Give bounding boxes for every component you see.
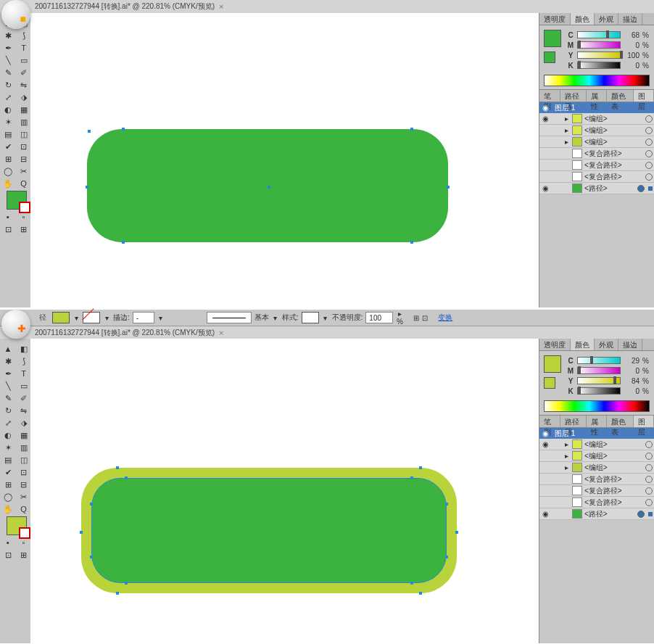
layer-item[interactable]: ▸<编组> <box>539 136 654 148</box>
layer-item[interactable]: <复合路径> <box>539 160 654 171</box>
cyan-value[interactable]: 68 <box>624 31 639 39</box>
lime-rounded-rectangle[interactable] <box>81 468 457 593</box>
stroke-weight-field[interactable]: - <box>133 312 154 323</box>
tab-stroke[interactable]: 描边 <box>618 339 642 350</box>
layer-item[interactable]: ▸<编组> <box>539 450 654 462</box>
black-slider[interactable] <box>577 62 621 69</box>
free-transform-tool[interactable]: ▦ <box>17 429 30 441</box>
tab-color[interactable]: 颜色 <box>571 13 595 25</box>
cyan-value[interactable]: 29 <box>624 357 639 365</box>
cyan-slider[interactable] <box>577 31 621 38</box>
paintbrush-tool[interactable]: ✎ <box>1 392 15 404</box>
yellow-slider[interactable] <box>577 377 621 384</box>
align-icon[interactable]: ⊡ <box>422 314 428 322</box>
target-icon[interactable] <box>645 139 653 146</box>
tab-instance[interactable]: 颜色表 <box>607 416 633 427</box>
target-icon[interactable] <box>645 127 653 134</box>
layer-item[interactable]: ◉▸<编组> <box>539 439 654 450</box>
target-icon[interactable] <box>645 115 653 123</box>
warp-tool[interactable]: ◐ <box>1 104 15 115</box>
fill-preview-swatch[interactable] <box>544 355 561 373</box>
target-icon[interactable] <box>645 476 653 483</box>
dropdown-icon[interactable]: ▾ <box>272 314 279 322</box>
symbol-sprayer-tool[interactable]: ✶ <box>1 116 15 128</box>
tree-toggle-icon[interactable]: ▸ <box>563 463 570 471</box>
tab-appearance[interactable]: 外观 <box>595 13 618 25</box>
crop-tool[interactable]: ⊟ <box>17 479 30 490</box>
document-tab[interactable]: 2007116132727944 [转换].ai* @ 220.81% (CMY… <box>0 0 654 14</box>
crop-tool[interactable]: ⊟ <box>17 153 30 165</box>
color-mode-icon[interactable]: ▪ <box>1 537 15 548</box>
transform-link[interactable]: 变换 <box>438 313 452 323</box>
target-icon[interactable] <box>645 453 653 460</box>
dropdown-icon[interactable]: ▾ <box>322 314 329 322</box>
layer-item[interactable]: <复合路径> <box>539 497 654 508</box>
canvas[interactable] <box>30 339 539 643</box>
target-icon[interactable] <box>637 185 645 192</box>
graph-tool[interactable]: ▥ <box>17 116 30 128</box>
magenta-slider[interactable] <box>577 367 621 374</box>
black-value[interactable]: 0 <box>624 387 639 395</box>
black-value[interactable]: 0 <box>624 62 639 70</box>
fill-preview-swatch[interactable] <box>544 30 561 47</box>
target-icon[interactable] <box>645 464 653 471</box>
fill-stroke-swatch[interactable] <box>7 191 27 210</box>
stroke-preview-swatch[interactable] <box>544 51 555 63</box>
type-tool[interactable]: T <box>17 368 30 379</box>
align-center-icon[interactable]: ⊞ <box>413 314 419 322</box>
tab-appearance[interactable]: 外观 <box>595 339 618 350</box>
tab-pathfinder[interactable]: 路径器 <box>560 90 587 102</box>
tab-brushes[interactable]: 笔刷 <box>539 416 560 427</box>
magic-wand-tool[interactable]: ✱ <box>1 30 15 41</box>
tree-toggle-icon[interactable]: ▸ <box>563 452 570 460</box>
target-icon[interactable] <box>645 150 653 157</box>
layer-item[interactable]: <复合路径> <box>539 474 654 485</box>
tab-pathfinder[interactable]: 路径器 <box>560 416 587 427</box>
fullscreen-mode-icon[interactable]: ⊞ <box>17 223 30 235</box>
blend-tool[interactable]: ⊡ <box>17 466 30 478</box>
dropdown-icon[interactable]: ▸ % <box>396 310 403 326</box>
target-icon[interactable] <box>645 487 653 495</box>
rectangle-tool[interactable]: ▭ <box>17 54 30 66</box>
fill-stroke-swatch[interactable] <box>7 516 27 535</box>
shear-tool[interactable]: ⬗ <box>17 417 30 429</box>
paintbrush-tool[interactable]: ✎ <box>1 67 15 78</box>
cyan-slider[interactable] <box>577 357 621 364</box>
target-icon[interactable] <box>645 173 653 181</box>
eyedropper-tool[interactable]: ✔ <box>1 141 15 152</box>
stroke-swatch[interactable] <box>83 312 100 323</box>
target-icon[interactable] <box>645 441 653 448</box>
scissors-tool[interactable]: ✂ <box>17 165 30 177</box>
direct-select-tool[interactable]: ◧ <box>17 343 30 355</box>
eyedropper-tool[interactable]: ✔ <box>1 466 15 478</box>
close-icon[interactable]: × <box>219 2 223 11</box>
layer-item[interactable]: ◉<路径> <box>539 183 654 194</box>
symbol-sprayer-tool[interactable]: ✶ <box>1 442 15 453</box>
tab-instance[interactable]: 颜色表 <box>607 90 633 102</box>
tab-stroke[interactable]: 描边 <box>618 13 642 25</box>
rotate-tool[interactable]: ↻ <box>1 79 15 91</box>
fullscreen-mode-icon[interactable]: ⊞ <box>17 549 30 561</box>
mesh-tool[interactable]: ▤ <box>1 128 15 140</box>
screen-mode-icon[interactable]: ⊡ <box>1 223 15 235</box>
tab-opacity[interactable]: 透明度 <box>539 13 571 25</box>
tab-brushes[interactable]: 笔刷 <box>539 90 560 102</box>
dropdown-icon[interactable]: ▾ <box>103 314 110 322</box>
layer-item[interactable]: <复合路径> <box>539 148 654 160</box>
line-tool[interactable]: ╲ <box>1 380 15 392</box>
eye-icon[interactable]: ◉ <box>542 429 549 437</box>
dropdown-icon[interactable]: ▾ <box>157 314 165 322</box>
yellow-value[interactable]: 84 <box>624 377 639 385</box>
tree-toggle-icon[interactable]: ▸ <box>563 440 570 448</box>
pencil-tool[interactable]: ✐ <box>17 392 30 404</box>
tab-color[interactable]: 颜色 <box>571 339 595 350</box>
layer-item[interactable]: <复合路径> <box>539 485 654 497</box>
eye-icon[interactable]: ◉ <box>542 104 549 112</box>
target-icon[interactable] <box>637 511 645 518</box>
tab-layers[interactable]: 图层 <box>634 90 655 102</box>
layer-item[interactable]: ◉<路径> <box>539 508 654 520</box>
target-icon[interactable] <box>645 162 653 169</box>
tree-toggle-icon[interactable]: ▸ <box>563 115 570 123</box>
green-rounded-rectangle[interactable] <box>87 129 448 242</box>
hand-tool[interactable]: ✋ <box>1 178 15 189</box>
